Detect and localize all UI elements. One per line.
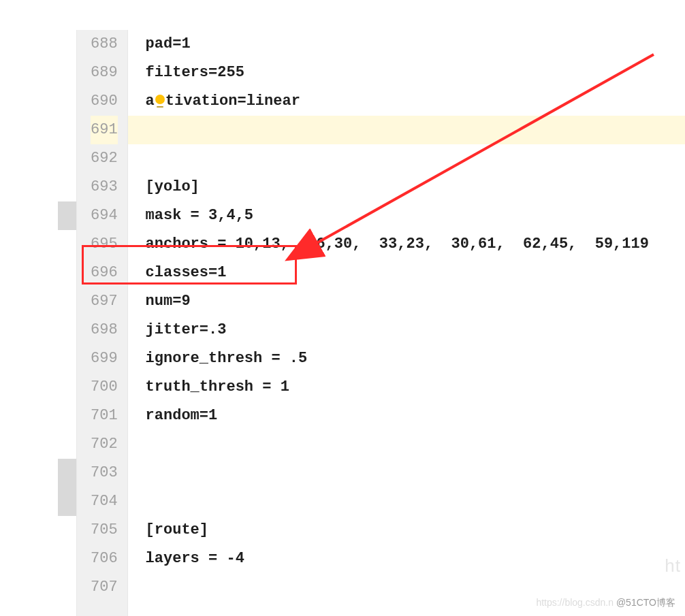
code-line[interactable]: layers = -4 xyxy=(128,545,685,573)
code-line[interactable]: anchors = 10,13, 16,30, 33,23, 30,61, 62… xyxy=(128,230,685,259)
code-line[interactable]: ignore_thresh = .5 xyxy=(128,344,685,373)
watermark-csdn: https://blog.csdn.n xyxy=(536,597,614,608)
line-number: 695 xyxy=(91,230,118,259)
code-line[interactable]: [route] xyxy=(128,516,685,545)
line-number: 704 xyxy=(91,487,118,516)
code-line[interactable]: mask = 3,4,5 xyxy=(128,201,685,230)
watermark-51cto: @51CTO博客 xyxy=(616,597,675,608)
code-line-current[interactable] xyxy=(128,116,685,144)
watermark-bottom: https://blog.csdn.n @51CTO博客 xyxy=(536,597,675,609)
line-number-gutter: 688 689 690 691 692 693 694 695 696 697 … xyxy=(77,30,128,616)
line-number: 701 xyxy=(91,402,118,430)
code-line[interactable] xyxy=(128,430,685,459)
code-line[interactable]: [yolo] xyxy=(128,173,685,201)
code-text: a xyxy=(146,93,155,110)
line-number: 691 xyxy=(91,116,118,144)
code-line[interactable]: truth_thresh = 1 xyxy=(128,373,685,402)
watermark-right: ht xyxy=(665,555,681,577)
code-text: tivation=linear xyxy=(165,93,300,110)
code-line[interactable]: filters=255 xyxy=(128,59,685,87)
line-number: 705 xyxy=(91,516,118,545)
code-line[interactable]: num=9 xyxy=(128,287,685,316)
line-number: 697 xyxy=(91,287,118,316)
code-line[interactable]: jitter=.3 xyxy=(128,316,685,344)
code-line[interactable] xyxy=(128,144,685,173)
line-number: 696 xyxy=(91,259,118,287)
change-mark xyxy=(58,201,77,230)
line-number: 694 xyxy=(91,201,118,230)
line-number: 690 xyxy=(91,87,118,116)
code-line[interactable] xyxy=(128,487,685,516)
line-number: 706 xyxy=(91,545,118,573)
code-line[interactable]: pad=1 xyxy=(128,30,685,59)
line-number: 698 xyxy=(91,316,118,344)
line-number: 700 xyxy=(91,373,118,402)
line-number: 693 xyxy=(91,173,118,201)
code-line[interactable] xyxy=(128,459,685,487)
code-line[interactable]: ativation=linear xyxy=(128,87,685,116)
lightbulb-icon[interactable] xyxy=(155,95,165,104)
line-number: 689 xyxy=(91,59,118,87)
line-number: 688 xyxy=(91,30,118,59)
code-line[interactable]: classes=1 xyxy=(128,259,685,287)
line-number: 703 xyxy=(91,459,118,487)
code-editor[interactable]: 688 689 690 691 692 693 694 695 696 697 … xyxy=(77,30,685,616)
change-mark xyxy=(58,459,77,516)
code-area[interactable]: pad=1 filters=255 ativation=linear [yolo… xyxy=(128,30,685,616)
line-number: 699 xyxy=(91,344,118,373)
line-number: 692 xyxy=(91,144,118,173)
line-number: 707 xyxy=(91,573,118,602)
code-line[interactable]: random=1 xyxy=(128,402,685,430)
line-number: 702 xyxy=(91,430,118,459)
